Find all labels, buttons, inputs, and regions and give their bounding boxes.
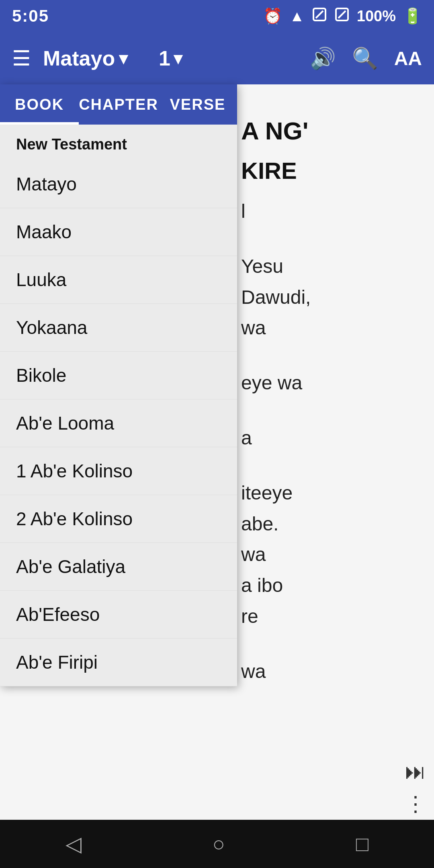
book-list: New Testament Matayo Maako Luuka Yokaana… — [0, 125, 237, 686]
bg-line-2: Yesu — [241, 251, 410, 282]
menu-icon[interactable]: ☰ — [12, 48, 31, 69]
tab-chapter[interactable]: CHAPTER — [79, 84, 158, 125]
font-icon[interactable]: AA — [394, 47, 422, 70]
back-button[interactable]: ◁ — [66, 832, 82, 856]
bg-line-5: eye wa — [241, 368, 410, 399]
signal-icon-1 — [312, 7, 327, 26]
skip-forward-icon[interactable]: ⏭ — [405, 760, 426, 784]
more-options-icon[interactable]: ⋮ — [405, 792, 426, 816]
recent-apps-button[interactable]: □ — [356, 832, 368, 856]
svg-line-3 — [338, 11, 346, 18]
chapter-dropdown-arrow: ▾ — [174, 49, 182, 68]
battery-icon: 🔋 — [403, 7, 422, 25]
book-item-bikole[interactable]: Bikole — [0, 352, 237, 399]
bg-line-4: wa — [241, 313, 410, 344]
book-item-firipi[interactable]: Ab'e Firipi — [0, 639, 237, 686]
status-time: 5:05 — [12, 6, 49, 26]
book-item-maako[interactable]: Maako — [0, 208, 237, 256]
bg-line-7: iteeye — [241, 478, 410, 509]
home-button[interactable]: ○ — [213, 832, 225, 856]
status-bar: 5:05 ⏰ ▲ 100% 🔋 — [0, 0, 434, 32]
book-item-galatiya[interactable]: Ab'e Galatiya — [0, 543, 237, 591]
bg-line-11: re — [241, 601, 410, 632]
book-dropdown: BOOK CHAPTER VERSE New Testament Matayo … — [0, 84, 237, 686]
tab-verse[interactable]: VERSE — [158, 84, 237, 125]
bg-title-1: A NG' — [241, 117, 410, 145]
bg-line-10: a ibo — [241, 570, 410, 601]
book-item-kolinso1[interactable]: 1 Ab'e Kolinso — [0, 447, 237, 495]
tab-book[interactable]: BOOK — [0, 84, 79, 125]
alarm-icon: ⏰ — [263, 7, 282, 25]
bg-line-3: Dawudi, — [241, 282, 410, 313]
battery-percent: 100% — [357, 8, 396, 25]
toolbar-actions: 🔊 🔍 AA — [310, 46, 422, 71]
bottom-nav-bar: ◁ ○ □ — [0, 820, 434, 868]
bg-line-1: l — [241, 196, 410, 227]
bg-line-9: wa — [241, 539, 410, 570]
book-title: Matayo — [43, 46, 115, 70]
bg-line-12: wa — [241, 656, 410, 687]
book-item-efeeso[interactable]: Ab'Efeeso — [0, 591, 237, 639]
content-bottom-actions: ⏭ ⋮ — [405, 760, 426, 816]
book-selector[interactable]: Matayo ▾ — [43, 46, 147, 70]
chapter-number: 1 — [159, 46, 170, 70]
book-item-luuka[interactable]: Luuka — [0, 256, 237, 304]
book-item-matayo[interactable]: Matayo — [0, 160, 237, 208]
bg-line-6: a — [241, 423, 410, 454]
book-dropdown-arrow: ▾ — [119, 49, 127, 68]
book-item-looma[interactable]: Ab'e Looma — [0, 399, 237, 447]
search-icon[interactable]: 🔍 — [352, 46, 378, 71]
signal-icon-2 — [334, 7, 350, 26]
svg-line-1 — [316, 11, 323, 18]
navigation-tabs: BOOK CHAPTER VERSE — [0, 84, 237, 125]
testament-header: New Testament — [0, 125, 237, 160]
chapter-selector[interactable]: 1 ▾ — [159, 46, 182, 70]
bg-line-8: abe. — [241, 509, 410, 540]
book-item-yokaana[interactable]: Yokaana — [0, 304, 237, 352]
status-icons: ⏰ ▲ 100% 🔋 — [263, 7, 422, 26]
bg-title-2: KIRE — [241, 157, 410, 184]
book-item-kolinso2[interactable]: 2 Ab'e Kolinso — [0, 495, 237, 543]
volume-icon[interactable]: 🔊 — [310, 46, 336, 71]
wifi-icon: ▲ — [289, 8, 305, 25]
app-toolbar: ☰ Matayo ▾ 1 ▾ 🔊 🔍 AA — [0, 32, 434, 84]
